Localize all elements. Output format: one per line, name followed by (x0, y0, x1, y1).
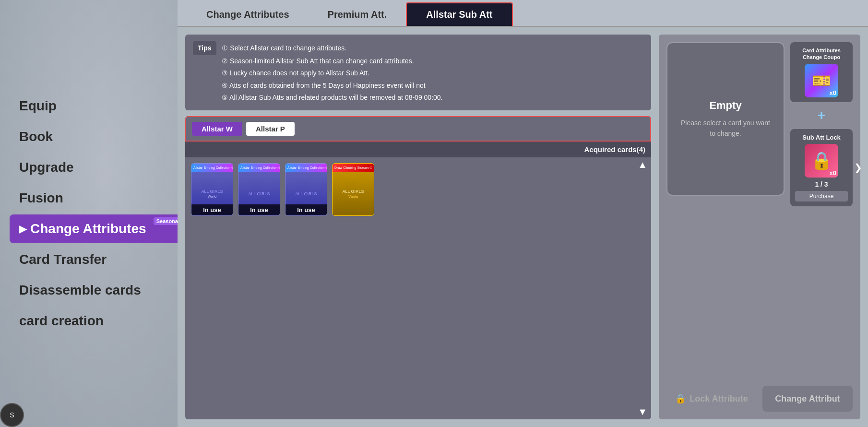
tab-allstar-sub-att[interactable]: Allstar Sub Att (406, 2, 512, 26)
acquired-row: Acquired cards(4) (185, 142, 651, 157)
card-in-use-1: In use (191, 204, 233, 215)
seasonal-badge: Seasonal (154, 217, 178, 225)
lock-arrow[interactable]: ❯ (854, 162, 862, 173)
sidebar-nav: Equip Book Upgrade Fusion ▶ Change Attri… (0, 92, 178, 335)
card-item-2[interactable]: Allstar Binding Collection ① ALL GIRLS I… (238, 163, 280, 216)
filter-allstar-p[interactable]: Allstar P (246, 122, 295, 136)
top-tabs: Change Attributes Premium Att. Allstar S… (178, 0, 868, 27)
tab-premium-att[interactable]: Premium Att. (309, 3, 406, 26)
tips-line-1: ① Select Allstar card to change attribut… (222, 44, 346, 52)
sidebar-item-card-creation[interactable]: card creation (10, 307, 178, 335)
lock-count: x0 (830, 169, 836, 177)
lock-box-wrapper: Sub Att Lock 🔒 x0 1 / 3 Purchase ❯ (790, 129, 853, 206)
bottom-buttons: 🔒 Lock Attribute Change Attribut (666, 386, 853, 412)
lock-icon: 🔒 x0 (805, 144, 838, 178)
left-panel: Tips ① Select Allstar card to change att… (185, 35, 651, 419)
sidebar-label-card-creation: card creation (19, 313, 104, 329)
main-content: Change Attributes Premium Att. Allstar S… (178, 0, 868, 427)
card-in-use-2: In use (238, 204, 280, 215)
tips-line-2: ② Season-limited Allstar Sub Att that ca… (222, 57, 414, 65)
tips-line-5: ⑤ All Allstar Sub Atts and related produ… (222, 94, 442, 101)
empty-card-subtitle: Please select a card you wantto change. (681, 118, 770, 139)
card-banner-1: Allstar Binding Collection ① (191, 164, 233, 172)
coupon-icon: 🎫 x0 (805, 64, 838, 97)
coupon-box: Card Attributes Change Coupo 🎫 x0 (790, 42, 853, 102)
sidebar-item-change-attributes[interactable]: ▶ Change Attributes Seasonal (10, 214, 178, 243)
card-in-use-3: In use (285, 204, 327, 215)
sidebar-label-change-attributes: Change Attributes (30, 221, 146, 237)
scroll-up-arrow[interactable]: ▲ (638, 159, 647, 170)
filter-row: Allstar W Allstar P (185, 116, 651, 142)
arrow-icon: ▶ (19, 223, 26, 235)
sidebar-item-card-transfer[interactable]: Card Transfer (10, 245, 178, 274)
tips-line-3: ③ Lucky chance does not apply to Allstar… (222, 69, 369, 77)
sidebar-item-disassemble-cards[interactable]: Disassemble cards (10, 276, 178, 305)
empty-card-title: Empty (709, 99, 741, 112)
sidebar-label-fusion: Fusion (19, 190, 63, 206)
coupon-count: x0 (830, 89, 836, 96)
card-list-panel: Allstar W Allstar P Acquired cards(4) ▲ … (185, 116, 651, 419)
cards-row: Allstar Binding Collection ① ALL GIRLSWo… (191, 163, 645, 216)
lock-purchase-button[interactable]: Purchase (795, 191, 848, 202)
card-banner-3: Allstar Binding Collection ① (285, 164, 327, 172)
coupon-label: Card Attributes Change Coupo (795, 47, 848, 61)
change-attribute-button[interactable]: Change Attribut (762, 386, 853, 412)
sidebar-item-equip[interactable]: Equip (10, 92, 178, 120)
tab-change-attributes[interactable]: Change Attributes (187, 3, 309, 26)
tips-label: Tips (193, 41, 216, 55)
sidebar-label-card-transfer: Card Transfer (19, 252, 107, 267)
card-banner-2: Allstar Binding Collection ① (238, 164, 280, 172)
lock-attribute-button[interactable]: 🔒 Lock Attribute (666, 386, 757, 412)
empty-card-slot: Empty Please select a card you wantto ch… (666, 42, 785, 196)
cards-scroll-area: ▲ Allstar Binding Collection ① ALL GIRLS… (185, 157, 651, 419)
lock-fraction: 1 / 3 (815, 180, 828, 188)
lock-attribute-label: Lock Attribute (690, 394, 748, 404)
tips-box: Tips ① Select Allstar card to change att… (185, 35, 651, 110)
filter-allstar-w[interactable]: Allstar W (192, 122, 242, 136)
sidebar-item-fusion[interactable]: Fusion (10, 184, 178, 213)
sidebar: Equip Book Upgrade Fusion ▶ Change Attri… (0, 0, 178, 427)
card-banner-4: Draw Climbing Season ① (333, 164, 374, 172)
lock-icon-small: 🔒 (675, 393, 686, 404)
sidebar-label-upgrade: Upgrade (19, 160, 74, 175)
acquired-label: Acquired cards(4) (584, 145, 645, 154)
lock-title: Sub Att Lock (802, 134, 841, 141)
right-side-items: Card Attributes Change Coupo 🎫 x0 + Sub … (790, 42, 853, 206)
sidebar-label-disassemble-cards: Disassemble cards (19, 283, 141, 298)
content-area: Tips ① Select Allstar card to change att… (178, 27, 868, 427)
plus-icon: + (818, 108, 825, 123)
sidebar-label-book: Book (19, 129, 53, 144)
right-top: Empty Please select a card you wantto ch… (666, 42, 853, 206)
right-panel: Empty Please select a card you wantto ch… (659, 35, 860, 419)
card-item-1[interactable]: Allstar Binding Collection ① ALL GIRLSWo… (191, 163, 233, 216)
sidebar-item-book[interactable]: Book (10, 122, 178, 151)
sidebar-label-equip: Equip (19, 98, 57, 114)
scroll-down-arrow[interactable]: ▼ (638, 406, 647, 417)
sidebar-item-upgrade[interactable]: Upgrade (10, 153, 178, 182)
sub-att-lock-box: Sub Att Lock 🔒 x0 1 / 3 Purchase (790, 129, 853, 206)
bottom-badge: S (0, 403, 24, 427)
card-item-3[interactable]: Allstar Binding Collection ① ALL GIRLS I… (285, 163, 327, 216)
card-item-4[interactable]: Draw Climbing Season ① ALL GIRLSVania (332, 163, 374, 216)
tips-line-4: ④ Atts of cards obtained from the 5 Days… (222, 82, 426, 89)
